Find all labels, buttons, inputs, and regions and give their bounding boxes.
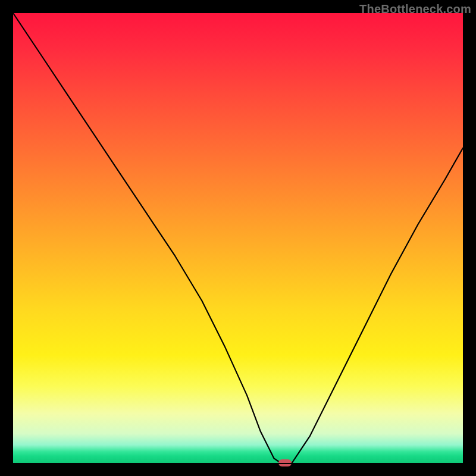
curve-path (13, 13, 463, 463)
bottleneck-curve (13, 13, 463, 463)
plot-area (13, 13, 463, 463)
x-axis (13, 463, 463, 464)
chart-frame: TheBottleneck.com (0, 0, 476, 476)
watermark-text: TheBottleneck.com (359, 2, 471, 16)
